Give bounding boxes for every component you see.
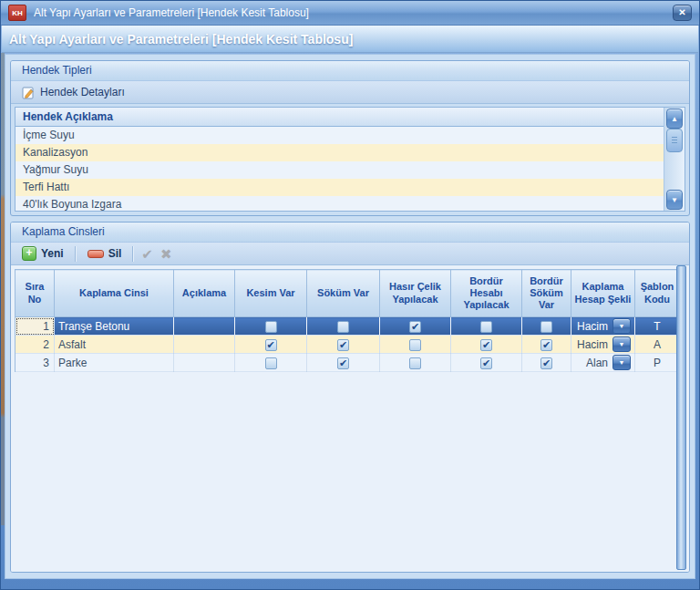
aciklama-cell[interactable] — [174, 354, 235, 372]
hendek-row[interactable]: İçme Suyu — [15, 127, 685, 144]
hasir-celik-checkbox[interactable] — [409, 321, 421, 333]
hendek-row[interactable]: Terfi Hattı — [15, 179, 685, 196]
cancel-button[interactable]: ✖ — [157, 245, 176, 263]
kaplama-column-header[interactable]: Kesim Var — [235, 270, 307, 317]
dropdown-button[interactable]: ▼ — [612, 355, 631, 370]
kaplama-toolbar: + Yeni Sil ✔ ✖ — [11, 243, 689, 265]
sablon-kodu-cell[interactable]: P — [635, 354, 680, 372]
bordur-hesabi-cell[interactable] — [451, 317, 522, 336]
hasir-celik-checkbox[interactable] — [409, 339, 421, 351]
kesim-var-cell[interactable] — [235, 317, 307, 336]
hendek-row[interactable]: Yağmur Suyu — [15, 161, 685, 179]
kaplama-cinsleri-group-title: Kaplama Cinsleri — [11, 223, 689, 243]
hendek-list: Hendek Açıklama İçme SuyuKanalizasyonYağ… — [15, 107, 685, 212]
window-title: Alt Yapı Ayarları ve Parametreleri [Hend… — [34, 6, 673, 19]
scroll-thumb[interactable] — [666, 129, 683, 152]
aciklama-cell[interactable] — [174, 336, 235, 354]
sokum-var-checkbox[interactable] — [337, 357, 349, 369]
hendek-list-column-header[interactable]: Hendek Açıklama — [15, 108, 685, 127]
header-banner: Alt Yapı Ayarları ve Parametreleri [Hend… — [2, 26, 698, 53]
kaplama-column-header[interactable]: Söküm Var — [307, 270, 380, 317]
yeni-button[interactable]: + Yeni — [15, 244, 71, 263]
kaplama-column-header[interactable]: Açıklama — [174, 270, 235, 317]
bordur-sokum-checkbox[interactable] — [540, 357, 552, 369]
sablon-kodu-cell[interactable]: T — [635, 317, 680, 336]
hesap-sekli-value: Hacim — [577, 320, 608, 333]
apply-button[interactable]: ✔ — [138, 245, 157, 263]
hasir-celik-checkbox[interactable] — [409, 357, 421, 369]
bordur-hesabi-checkbox[interactable] — [480, 321, 492, 333]
bordur-hesabi-checkbox[interactable] — [480, 339, 492, 351]
close-button[interactable]: ✕ — [673, 5, 692, 21]
kesim-var-cell[interactable] — [235, 354, 307, 372]
sokum-var-cell[interactable] — [307, 317, 380, 336]
aciklama-cell[interactable] — [174, 317, 235, 336]
kaplama-column-header[interactable]: BordürHesabıYapılacak — [451, 270, 522, 317]
add-icon: + — [22, 246, 36, 261]
scroll-down-button[interactable]: ▼ — [666, 190, 683, 210]
sokum-var-cell[interactable] — [307, 354, 380, 372]
kaplama-cinsi-cell[interactable]: Asfalt — [55, 336, 174, 354]
kaplama-row[interactable]: 2AsfaltHacim▼A — [15, 336, 680, 354]
kaplama-column-header[interactable]: SıraNo — [15, 270, 55, 317]
sokum-var-checkbox[interactable] — [337, 339, 349, 351]
hasir-celik-cell[interactable] — [380, 317, 451, 336]
kaplama-cinsi-cell[interactable]: Tranşe Betonu — [55, 317, 174, 336]
bordur-sokum-cell[interactable] — [522, 336, 571, 354]
chevron-down-icon: ▼ — [619, 323, 625, 329]
dialog-window: KH Alt Yapı Ayarları ve Parametreleri [H… — [0, 0, 700, 590]
kaplama-scrollbar-strip[interactable] — [676, 265, 686, 570]
kaplama-header-row: SıraNoKaplama CinsiAçıklamaKesim VarSökü… — [15, 270, 680, 317]
sira-no-cell[interactable]: 1 — [15, 317, 55, 336]
kaplama-column-header[interactable]: KaplamaHesap Şekli — [571, 270, 635, 317]
kaplama-column-header[interactable]: Hasır ÇelikYapılacak — [380, 270, 451, 317]
kesim-var-cell[interactable] — [235, 336, 307, 354]
hesap-sekli-cell[interactable]: Hacim▼ — [571, 317, 635, 336]
hendek-detaylari-button[interactable]: Hendek Detayları — [15, 84, 132, 101]
hendek-toolbar: Hendek Detayları — [11, 81, 689, 104]
kaplama-cinsi-cell[interactable]: Parke — [55, 354, 174, 372]
bordur-hesabi-cell[interactable] — [451, 354, 522, 372]
kaplama-table-area: SıraNoKaplama CinsiAçıklamaKesim VarSökü… — [11, 265, 689, 572]
toolbar-separator — [75, 246, 77, 262]
kaplama-cinsleri-group: Kaplama Cinsleri + Yeni Sil ✔ ✖ — [10, 222, 690, 573]
bordur-sokum-checkbox[interactable] — [540, 339, 552, 351]
scroll-up-button[interactable]: ▲ — [666, 109, 683, 129]
sira-no-cell[interactable]: 2 — [15, 336, 55, 354]
bordur-sokum-cell[interactable] — [522, 354, 571, 372]
kaplama-row[interactable]: 3ParkeAlan▼P — [15, 354, 680, 372]
kaplama-column-header[interactable]: BordürSökümVar — [522, 270, 571, 317]
kaplama-body: 1Tranşe BetonuHacim▼T2AsfaltHacim▼A3Park… — [15, 317, 680, 372]
hendek-scrollbar[interactable]: ▲ ▼ — [664, 108, 685, 211]
sil-button[interactable]: Sil — [80, 245, 129, 262]
kaplama-column-header[interactable]: ŞablonKodu — [635, 270, 680, 317]
dropdown-button[interactable]: ▼ — [612, 336, 631, 352]
hendek-tipleri-group-title: Hendek Tipleri — [11, 61, 689, 81]
edit-icon — [22, 86, 36, 99]
hendek-tipleri-group: Hendek Tipleri Hendek Detayları Hendek A… — [10, 60, 690, 216]
background-window-sliver — [1, 53, 5, 525]
hasir-celik-cell[interactable] — [380, 354, 451, 372]
sokum-var-cell[interactable] — [307, 336, 380, 354]
dropdown-button[interactable]: ▼ — [612, 318, 631, 334]
hasir-celik-cell[interactable] — [380, 336, 451, 354]
kaplama-column-header[interactable]: Kaplama Cinsi — [55, 270, 174, 317]
hendek-row[interactable]: Kanalizasyon — [15, 144, 685, 161]
bordur-hesabi-checkbox[interactable] — [480, 357, 492, 369]
hesap-sekli-cell[interactable]: Alan▼ — [571, 354, 635, 372]
kesim-var-checkbox[interactable] — [265, 339, 277, 351]
bordur-hesabi-cell[interactable] — [451, 336, 522, 354]
kesim-var-checkbox[interactable] — [265, 357, 277, 369]
bordur-sokum-checkbox[interactable] — [540, 321, 552, 333]
hesap-sekli-cell[interactable]: Hacim▼ — [571, 336, 635, 354]
hendek-row[interactable]: 40'lık Boyuna Izgara — [15, 196, 685, 212]
bordur-sokum-cell[interactable] — [522, 317, 571, 336]
chevron-down-icon: ▼ — [619, 359, 625, 366]
sira-no-cell[interactable]: 3 — [15, 354, 55, 372]
sokum-var-checkbox[interactable] — [337, 321, 349, 333]
toolbar-separator — [132, 246, 134, 262]
close-icon: ✕ — [678, 7, 685, 17]
kaplama-row[interactable]: 1Tranşe BetonuHacim▼T — [15, 317, 680, 336]
sablon-kodu-cell[interactable]: A — [635, 336, 680, 354]
kesim-var-checkbox[interactable] — [265, 321, 277, 333]
